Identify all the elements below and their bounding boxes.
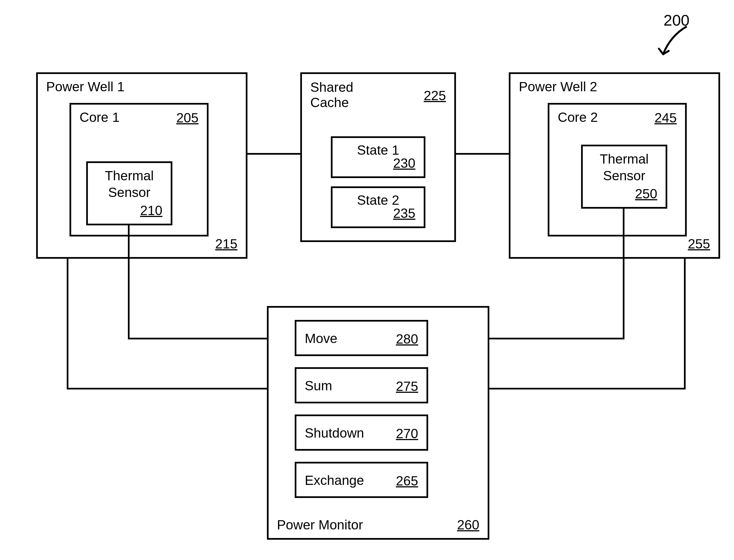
connector-pw2-pm-v xyxy=(684,259,686,389)
move-box: Move 280 xyxy=(295,320,428,356)
exchange-box: Exchange 265 xyxy=(295,462,428,498)
connector-pw1-pm-h xyxy=(67,388,267,389)
shared-cache-ref: 225 xyxy=(424,88,446,103)
shutdown-label: Shutdown xyxy=(305,426,364,441)
connector-pw2-pm-h xyxy=(489,388,686,389)
power-well-1-ref: 215 xyxy=(215,236,238,251)
state-1: State 1 230 xyxy=(331,136,425,178)
connector-ts1-pm-h xyxy=(128,338,267,339)
thermal-sensor-2: Thermal Sensor 250 xyxy=(581,145,667,209)
thermal-sensor-2-ref: 250 xyxy=(635,186,657,201)
core-2-label: Core 2 xyxy=(558,110,598,125)
move-label: Move xyxy=(305,331,337,346)
sum-box: Sum 275 xyxy=(295,367,428,403)
power-monitor-ref: 260 xyxy=(457,517,479,532)
thermal-sensor-2-line2: Sensor xyxy=(583,169,666,183)
thermal-sensor-1-ref: 210 xyxy=(140,203,162,218)
core-1-ref: 205 xyxy=(176,110,199,125)
thermal-sensor-1-line1: Thermal xyxy=(88,169,171,183)
connector-ts1-pm-v xyxy=(128,225,130,339)
connector-ts2-pm-h xyxy=(489,338,624,339)
shutdown-ref: 270 xyxy=(396,426,418,441)
core-1-label: Core 1 xyxy=(80,110,120,125)
connector-cache-pw2 xyxy=(456,153,509,155)
sum-ref: 275 xyxy=(396,379,418,394)
state-2-ref: 235 xyxy=(393,206,415,221)
shutdown-box: Shutdown 270 xyxy=(295,415,428,451)
move-ref: 280 xyxy=(396,331,418,347)
exchange-label: Exchange xyxy=(305,473,364,488)
thermal-sensor-1: Thermal Sensor 210 xyxy=(86,161,172,225)
state-1-ref: 230 xyxy=(393,156,415,171)
exchange-ref: 265 xyxy=(396,473,418,489)
connector-pw1-pm-v xyxy=(67,259,68,389)
sum-label: Sum xyxy=(305,379,332,393)
shared-cache-label: Shared Cache xyxy=(310,80,354,110)
power-monitor-label: Power Monitor xyxy=(277,517,363,532)
diagram-canvas: 200 Power Well 1 215 Core 1 205 Thermal … xyxy=(0,0,734,560)
power-well-1-label: Power Well 1 xyxy=(46,80,125,94)
connector-ts2-pm-v xyxy=(623,209,624,339)
shared-cache-line1: Shared xyxy=(310,80,354,95)
thermal-sensor-1-line2: Sensor xyxy=(88,185,171,200)
power-well-2-label: Power Well 2 xyxy=(519,80,597,94)
shared-cache-line2: Cache xyxy=(310,95,349,110)
connector-pw1-cache xyxy=(248,153,300,155)
state-2: State 2 235 xyxy=(331,186,425,228)
core-2-ref: 245 xyxy=(654,110,677,125)
power-well-2-ref: 255 xyxy=(688,236,710,251)
thermal-sensor-2-line1: Thermal xyxy=(583,152,666,167)
figure-arrow xyxy=(655,24,694,63)
